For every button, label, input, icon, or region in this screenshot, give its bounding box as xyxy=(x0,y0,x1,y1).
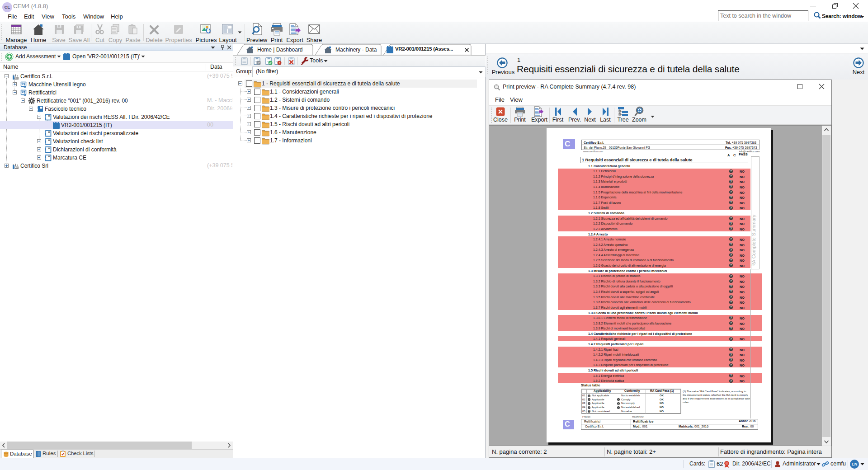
svg-text:!: ! xyxy=(279,61,280,65)
svg-text:?: ? xyxy=(258,61,260,65)
